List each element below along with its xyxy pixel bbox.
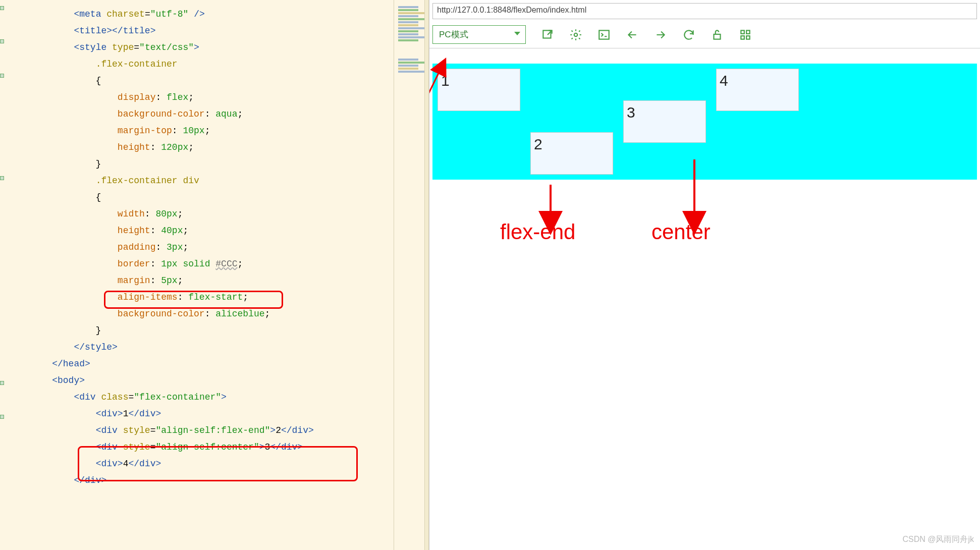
code-line[interactable]: border: 1px solid #CCC;	[10, 256, 394, 272]
watermark: CSDN @风雨同舟jk	[902, 534, 974, 545]
code-line[interactable]: .flex-container	[10, 56, 394, 73]
flex-item-3: 3	[623, 100, 706, 143]
unlock-icon[interactable]	[711, 28, 724, 41]
settings-icon[interactable]	[569, 28, 582, 41]
code-line[interactable]: {	[10, 73, 394, 89]
highlight-align-items	[104, 291, 283, 309]
annotation-label-center: center	[651, 220, 711, 244]
annotation-label-flex-end: flex-end	[500, 220, 575, 244]
url-text: http://127.0.0.1:8848/flexDemo/index.htm…	[437, 6, 586, 14]
code-line[interactable]: margin-top: 10px;	[10, 123, 394, 139]
highlight-align-self-rows	[78, 446, 358, 481]
code-line[interactable]: height: 40px;	[10, 223, 394, 239]
svg-rect-6	[741, 36, 744, 39]
svg-rect-4	[741, 30, 744, 34]
code-line[interactable]: .flex-container div	[10, 173, 394, 189]
chevron-down-icon	[514, 32, 520, 35]
code-line[interactable]: <div class="flex-container">	[10, 389, 394, 406]
code-line[interactable]: }	[10, 322, 394, 339]
code-line[interactable]: margin: 5px;	[10, 272, 394, 289]
code-line[interactable]: <title></title>	[10, 23, 394, 39]
editor-gutter	[0, 0, 5, 550]
device-mode-select[interactable]: PC模式	[432, 25, 526, 44]
code-line[interactable]: <div style="align-self:flex-end">2</div>	[10, 422, 394, 439]
page-viewport: 1 2 3 4 flex-end center CSDN @风雨同舟jk	[429, 48, 980, 550]
code-line[interactable]: <style type="text/css">	[10, 39, 394, 56]
editor-minimap[interactable]	[394, 0, 429, 550]
code-line[interactable]: <body>	[10, 372, 394, 389]
svg-rect-0	[543, 30, 551, 38]
code-line[interactable]: {	[10, 189, 394, 206]
device-mode-label: PC模式	[439, 30, 468, 39]
svg-rect-3	[714, 34, 721, 39]
grid-icon[interactable]	[739, 28, 752, 41]
terminal-icon[interactable]	[597, 28, 611, 41]
code-line[interactable]: </style>	[10, 339, 394, 356]
code-line[interactable]: padding: 3px;	[10, 239, 394, 256]
code-line[interactable]: display: flex;	[10, 89, 394, 106]
minimap-scroll[interactable]	[424, 0, 428, 550]
flex-item-1: 1	[438, 69, 520, 111]
svg-rect-7	[746, 36, 750, 39]
reload-icon[interactable]	[682, 28, 695, 41]
address-bar[interactable]: http://127.0.0.1:8848/flexDemo/index.htm…	[432, 3, 977, 19]
browser-toolbar: PC模式	[429, 21, 980, 48]
code-line[interactable]: }	[10, 156, 394, 173]
external-icon[interactable]	[541, 28, 554, 41]
flex-item-2: 2	[530, 132, 613, 175]
code-line[interactable]: height: 120px;	[10, 139, 394, 156]
flex-container: 1 2 3 4	[432, 64, 977, 180]
code-line[interactable]: <meta charset="utf-8" />	[10, 6, 394, 23]
flex-item-4: 4	[716, 69, 799, 111]
code-editor[interactable]: <meta charset="utf-8" /> <title></title>…	[0, 0, 394, 550]
svg-rect-2	[599, 30, 609, 39]
browser-pane: http://127.0.0.1:8848/flexDemo/index.htm…	[429, 0, 980, 550]
code-line[interactable]: background-color: aqua;	[10, 106, 394, 123]
svg-rect-5	[746, 30, 750, 34]
code-lines: <meta charset="utf-8" /> <title></title>…	[10, 6, 394, 489]
code-line[interactable]: <div>1</div>	[10, 406, 394, 422]
svg-point-1	[574, 33, 578, 36]
code-line[interactable]: width: 80px;	[10, 206, 394, 223]
back-icon[interactable]	[626, 28, 639, 41]
code-line[interactable]: </head>	[10, 356, 394, 372]
forward-icon[interactable]	[654, 28, 667, 41]
